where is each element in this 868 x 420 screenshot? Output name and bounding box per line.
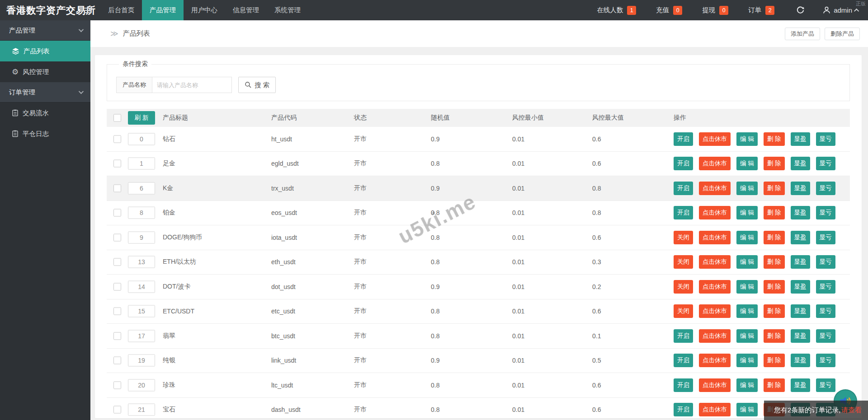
row-checkbox[interactable] [113,135,121,143]
topbar-stat[interactable]: 订单 2 [738,0,784,20]
toggle-market-button[interactable]: 关闭 [674,304,693,318]
row-id-input[interactable]: 13 [128,256,155,268]
show-loss-button[interactable]: 显亏 [816,255,835,269]
topbar-stat[interactable]: 充值 0 [646,0,692,20]
edit-button[interactable]: 编 辑 [736,157,758,170]
show-profit-button[interactable]: 显盈 [791,354,810,367]
refresh-icon[interactable] [784,0,816,20]
pause-market-button[interactable]: 点击休市 [699,329,731,343]
pause-market-button[interactable]: 点击休市 [699,157,731,170]
toggle-market-button[interactable]: 关闭 [674,280,693,294]
add-product-button[interactable]: 添加产品 [785,28,820,40]
row-checkbox[interactable] [113,184,121,192]
row-id-input[interactable]: 17 [128,330,155,342]
edit-button[interactable]: 编 辑 [736,304,758,318]
edit-button[interactable]: 编 辑 [736,329,758,343]
sidebar-group-header[interactable]: 订单管理 [0,82,90,103]
toggle-market-button[interactable]: 开启 [674,182,693,195]
row-id-input[interactable]: 19 [128,355,155,367]
toggle-market-button[interactable]: 开启 [674,157,693,170]
edit-button[interactable]: 编 辑 [736,182,758,195]
delete-button[interactable]: 删 除 [764,157,785,170]
delete-button[interactable]: 删 除 [764,231,785,244]
row-checkbox[interactable] [113,209,121,217]
edit-button[interactable]: 编 辑 [736,132,758,146]
row-checkbox[interactable] [113,406,121,414]
row-checkbox[interactable] [113,381,121,389]
delete-button[interactable]: 删 除 [764,206,785,219]
delete-button[interactable]: 删 除 [764,354,785,367]
edit-button[interactable]: 编 辑 [736,378,758,392]
delete-button[interactable]: 删 除 [764,329,785,343]
show-loss-button[interactable]: 显亏 [816,378,835,392]
row-id-input[interactable]: 8 [128,207,155,219]
row-checkbox[interactable] [113,332,121,340]
toggle-market-button[interactable]: 开启 [674,354,693,367]
row-id-input[interactable]: 0 [128,133,155,145]
row-checkbox[interactable] [113,160,121,168]
show-loss-button[interactable]: 显亏 [816,182,835,195]
toggle-market-button[interactable]: 开启 [674,329,693,343]
pause-market-button[interactable]: 点击休市 [699,231,731,244]
pause-market-button[interactable]: 点击休市 [699,403,731,416]
delete-button[interactable]: 删 除 [764,378,785,392]
pause-market-button[interactable]: 点击休市 [699,206,731,219]
edit-button[interactable]: 编 辑 [736,206,758,219]
show-loss-button[interactable]: 显亏 [816,206,835,219]
row-id-input[interactable]: 14 [128,280,155,293]
toast-view-link[interactable]: 请查看 [842,406,862,415]
row-checkbox[interactable] [113,233,121,241]
row-checkbox[interactable] [113,283,121,290]
sidebar-item[interactable]: 交易流水 [0,103,90,123]
show-profit-button[interactable]: 显盈 [791,280,810,294]
toggle-market-button[interactable]: 开启 [674,378,693,392]
show-loss-button[interactable]: 显亏 [816,304,835,318]
sidebar-group-header[interactable]: 产品管理 [0,20,90,41]
pause-market-button[interactable]: 点击休市 [699,378,731,392]
delete-button[interactable]: 删 除 [764,132,785,146]
top-nav-item[interactable]: 产品管理 [142,0,184,20]
delete-button[interactable]: 删 除 [764,182,785,195]
row-id-input[interactable]: 21 [128,404,155,416]
topbar-stat[interactable]: 在线人数 1 [587,0,646,20]
row-checkbox[interactable] [113,308,121,315]
edit-button[interactable]: 编 辑 [736,354,758,367]
top-nav-item[interactable]: 系统管理 [267,0,308,20]
show-profit-button[interactable]: 显盈 [791,378,810,392]
topbar-stat[interactable]: 提现 0 [692,0,738,20]
show-profit-button[interactable]: 显盈 [791,157,810,170]
pause-market-button[interactable]: 点击休市 [699,182,731,195]
row-id-input[interactable]: 15 [128,305,155,317]
edit-button[interactable]: 编 辑 [736,231,758,244]
edit-button[interactable]: 编 辑 [736,255,758,269]
pause-market-button[interactable]: 点击休市 [699,255,731,269]
row-id-input[interactable]: 6 [128,182,155,194]
pause-market-button[interactable]: 点击休市 [699,304,731,318]
edit-button[interactable]: 编 辑 [736,403,758,416]
show-loss-button[interactable]: 显亏 [816,354,835,367]
row-id-input[interactable]: 9 [128,231,155,243]
show-profit-button[interactable]: 显盈 [791,329,810,343]
toggle-market-button[interactable]: 开启 [674,206,693,219]
delete-product-button[interactable]: 删除产品 [825,28,860,40]
show-loss-button[interactable]: 显亏 [816,157,835,170]
sidebar-item[interactable]: 平仓日志 [0,123,90,144]
show-profit-button[interactable]: 显盈 [791,206,810,219]
toggle-market-button[interactable]: 开启 [674,403,693,416]
pause-market-button[interactable]: 点击休市 [699,354,731,367]
top-nav-item[interactable]: 后台首页 [100,0,142,20]
toggle-market-button[interactable]: 开启 [674,132,693,146]
delete-button[interactable]: 删 除 [764,304,785,318]
pause-market-button[interactable]: 点击休市 [699,280,731,294]
hamburger-icon[interactable] [78,0,98,20]
show-loss-button[interactable]: 显亏 [816,231,835,244]
row-id-input[interactable]: 1 [128,158,155,170]
top-nav-item[interactable]: 信息管理 [225,0,267,20]
toggle-market-button[interactable]: 关闭 [674,255,693,269]
row-checkbox[interactable] [113,357,121,364]
delete-button[interactable]: 删 除 [764,255,785,269]
row-checkbox[interactable] [113,258,121,266]
top-nav-item[interactable]: 用户中心 [184,0,225,20]
show-profit-button[interactable]: 显盈 [791,182,810,195]
toggle-market-button[interactable]: 关闭 [674,231,693,244]
